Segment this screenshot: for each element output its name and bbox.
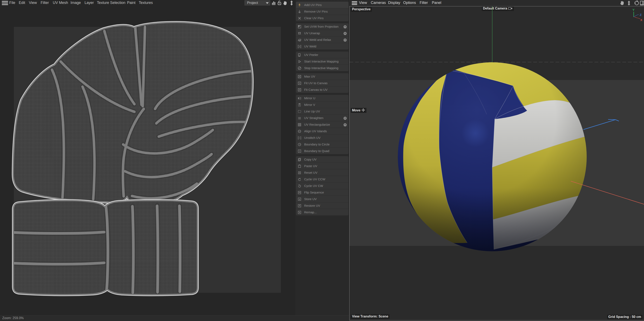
svg-text:Z: Z <box>640 13 642 17</box>
svg-text:Y: Y <box>632 8 634 12</box>
svg-text:X: X <box>640 18 642 22</box>
